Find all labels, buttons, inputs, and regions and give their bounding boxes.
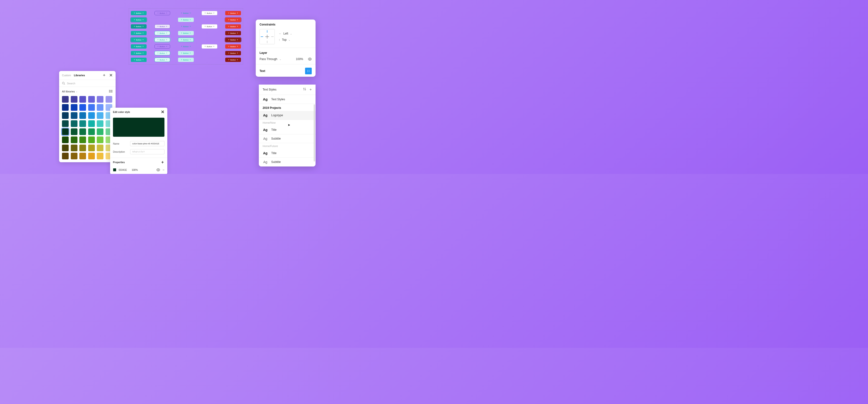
list-view-icon[interactable] bbox=[109, 89, 113, 93]
color-swatch[interactable] bbox=[97, 120, 103, 127]
color-swatch[interactable] bbox=[88, 153, 95, 159]
constraint-vertical[interactable]: ↕ Top ⌄ bbox=[279, 38, 292, 41]
button-ghost[interactable]: +Button+ bbox=[178, 44, 194, 48]
color-chip[interactable] bbox=[113, 168, 116, 171]
description-input[interactable] bbox=[130, 149, 164, 154]
constraints-box[interactable] bbox=[259, 29, 275, 44]
settings-icon[interactable] bbox=[303, 88, 306, 91]
button-teal[interactable]: +Button+ bbox=[131, 58, 147, 62]
button-teal[interactable]: +Button+ bbox=[131, 44, 147, 48]
button-white[interactable]: +Button+ bbox=[202, 24, 217, 29]
color-swatch[interactable] bbox=[71, 104, 78, 111]
color-swatch[interactable] bbox=[97, 112, 103, 119]
button-light-outline[interactable]: +Button+ bbox=[154, 38, 170, 42]
button-ghost[interactable]: +Button+ bbox=[178, 11, 194, 15]
color-swatch[interactable] bbox=[71, 120, 78, 127]
color-swatch[interactable] bbox=[88, 104, 95, 111]
color-swatch[interactable] bbox=[62, 112, 69, 119]
color-swatch[interactable] bbox=[80, 112, 86, 119]
button-teal-light[interactable]: +Button+ bbox=[178, 18, 194, 22]
color-swatch[interactable] bbox=[62, 104, 69, 111]
color-swatch[interactable] bbox=[80, 153, 86, 159]
button-ghost[interactable]: +Button+ bbox=[178, 24, 194, 29]
button-teal[interactable]: +Button+ bbox=[131, 31, 147, 35]
button-red-dark[interactable]: +Button+ bbox=[225, 38, 241, 42]
button-red[interactable]: +Button+ bbox=[225, 24, 241, 29]
color-swatch[interactable] bbox=[88, 144, 95, 151]
text-style-item[interactable]: AgSubtitle bbox=[259, 158, 315, 167]
button-teal-focused[interactable]: +Button+ bbox=[131, 18, 147, 22]
button-outline-fill[interactable]: +Button+ bbox=[154, 24, 170, 29]
constraint-horizontal[interactable]: ↔ Left ⌄ bbox=[279, 32, 292, 35]
color-swatch[interactable] bbox=[80, 96, 86, 103]
blend-mode-select[interactable]: Pass Through bbox=[259, 58, 277, 61]
color-swatch[interactable] bbox=[71, 136, 78, 143]
button-teal[interactable]: +Button+ bbox=[131, 51, 147, 55]
text-style-header-item[interactable]: Ag Text Styles bbox=[259, 95, 315, 104]
button-teal-light[interactable]: +Button+ bbox=[178, 31, 194, 35]
button-teal[interactable]: +Button+ bbox=[131, 38, 147, 42]
color-swatch[interactable] bbox=[97, 153, 103, 159]
button-teal-darker[interactable]: +Button+ bbox=[131, 24, 147, 29]
color-swatch[interactable] bbox=[62, 136, 69, 143]
text-style-item[interactable]: AgLogotype bbox=[259, 111, 315, 120]
button-teal-light[interactable]: +Button+ bbox=[178, 58, 194, 62]
color-swatch[interactable] bbox=[62, 128, 69, 135]
color-swatch[interactable] bbox=[62, 96, 69, 103]
button-light[interactable]: +Button+ bbox=[154, 58, 170, 62]
button-outline[interactable]: +Button+ bbox=[154, 44, 170, 48]
add-icon[interactable]: + bbox=[310, 88, 312, 92]
color-swatch[interactable] bbox=[97, 96, 103, 103]
tab-libraries[interactable]: Libraries bbox=[74, 74, 85, 77]
hex-value[interactable]: 03341E bbox=[119, 169, 127, 171]
color-swatch[interactable] bbox=[71, 144, 78, 151]
button-white[interactable]: +Button+ bbox=[202, 44, 217, 48]
color-swatch[interactable] bbox=[88, 136, 95, 143]
close-icon[interactable]: ✕ bbox=[161, 110, 164, 114]
color-swatch[interactable] bbox=[71, 153, 78, 159]
color-swatch[interactable] bbox=[62, 153, 69, 159]
layer-opacity[interactable]: 100% bbox=[296, 58, 303, 61]
color-swatch[interactable] bbox=[80, 104, 86, 111]
name-input[interactable] bbox=[130, 141, 164, 146]
color-swatch[interactable] bbox=[88, 128, 95, 135]
text-style-item[interactable]: AgTitle bbox=[259, 149, 315, 158]
color-swatch[interactable] bbox=[80, 144, 86, 151]
button-outline[interactable]: +Button+ bbox=[154, 11, 170, 15]
color-swatch[interactable] bbox=[97, 144, 103, 151]
visibility-icon[interactable] bbox=[308, 58, 312, 61]
button-red-dark[interactable]: +Button+ bbox=[225, 58, 241, 62]
color-swatch[interactable] bbox=[97, 128, 103, 135]
color-swatch[interactable] bbox=[71, 112, 78, 119]
button-white[interactable]: +Button+ bbox=[202, 11, 217, 15]
search-input[interactable] bbox=[67, 82, 113, 85]
color-swatch[interactable] bbox=[105, 96, 112, 103]
color-swatch[interactable] bbox=[88, 112, 95, 119]
color-swatch[interactable] bbox=[80, 136, 86, 143]
button-red-dark[interactable]: +Button+ bbox=[225, 31, 241, 35]
button-teal-light[interactable]: +Button+ bbox=[178, 51, 194, 55]
library-filter[interactable]: All libraries ⌄ bbox=[59, 87, 116, 96]
color-swatch[interactable] bbox=[71, 128, 78, 135]
button-light-outline[interactable]: +Button+ bbox=[154, 31, 170, 35]
color-swatch[interactable] bbox=[62, 144, 69, 151]
tab-custom[interactable]: Custom bbox=[62, 74, 71, 77]
text-style-item[interactable]: AgSubtitle bbox=[259, 134, 315, 143]
text-styles-button[interactable] bbox=[305, 68, 312, 74]
color-swatch[interactable] bbox=[62, 120, 69, 127]
button-red-dark[interactable]: +Button+ bbox=[225, 51, 241, 55]
button-red-focused[interactable]: +Button+ bbox=[225, 18, 241, 22]
color-swatch[interactable] bbox=[71, 96, 78, 103]
remove-icon[interactable]: − bbox=[162, 168, 164, 172]
button-teal-light[interactable]: +Button+ bbox=[178, 38, 194, 42]
button-teal-fill[interactable]: +Button+ bbox=[131, 11, 147, 15]
color-swatch[interactable] bbox=[88, 96, 95, 103]
text-style-item[interactable]: AgTitle bbox=[259, 126, 315, 134]
button-red[interactable]: +Button+ bbox=[225, 11, 241, 15]
button-red[interactable]: +Button+ bbox=[225, 44, 241, 48]
add-property-icon[interactable]: + bbox=[161, 160, 164, 164]
scrollbar[interactable] bbox=[314, 104, 315, 162]
color-swatch[interactable] bbox=[80, 120, 86, 127]
button-light[interactable]: +Button+ bbox=[154, 51, 170, 55]
visibility-icon[interactable] bbox=[156, 168, 160, 171]
